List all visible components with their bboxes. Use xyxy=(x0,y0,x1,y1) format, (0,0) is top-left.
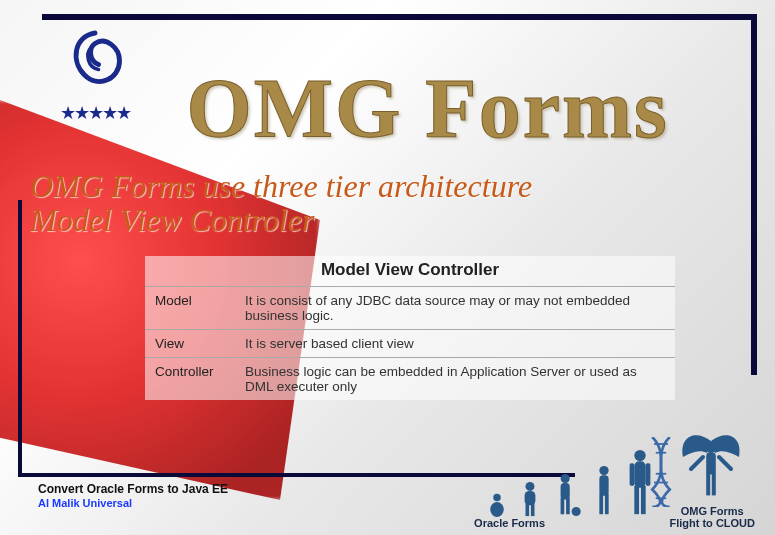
winged-figure-icon xyxy=(671,425,751,505)
omg-forms-cloud-label: OMG Forms Flight to CLOUD xyxy=(669,505,755,529)
table-row: Model It is consist of any JDBC data sou… xyxy=(145,287,675,330)
svg-rect-17 xyxy=(634,486,639,514)
row-name: Controller xyxy=(145,358,235,401)
row-desc: It is consist of any JDBC data source ma… xyxy=(235,287,675,330)
svg-point-15 xyxy=(634,450,645,461)
oracle-forms-label: Oracle Forms xyxy=(474,517,545,529)
subtitle-line2: Model View Controler xyxy=(30,204,755,238)
svg-rect-4 xyxy=(526,504,530,517)
svg-rect-3 xyxy=(525,491,536,505)
table-row: Controller Business logic can be embedde… xyxy=(145,358,675,401)
subtitle-line1: OMG Forms use three tier architecture xyxy=(30,170,755,204)
main-title: OMG Forms xyxy=(100,60,755,157)
svg-point-6 xyxy=(561,474,570,483)
svg-rect-8 xyxy=(561,498,565,515)
toddler-silhouette-icon xyxy=(517,481,543,517)
footer-brand: Convert Oracle Forms to Java EE Al Malik… xyxy=(38,482,228,509)
svg-rect-16 xyxy=(634,461,645,487)
row-desc: Business logic can be embedded in Applic… xyxy=(235,358,675,401)
footer-tagline: Convert Oracle Forms to Java EE xyxy=(38,482,228,496)
svg-point-0 xyxy=(493,494,501,502)
svg-point-10 xyxy=(572,507,581,516)
row-desc: It is server based client view xyxy=(235,330,675,358)
svg-rect-18 xyxy=(641,486,646,514)
svg-rect-5 xyxy=(531,504,535,517)
svg-rect-19 xyxy=(630,463,635,486)
subtitle: OMG Forms use three tier architecture Mo… xyxy=(30,170,755,237)
child-ball-silhouette-icon xyxy=(551,473,583,517)
mvc-table: Model View Controller Model It is consis… xyxy=(145,256,675,400)
svg-rect-28 xyxy=(706,471,710,495)
evolution-silhouettes xyxy=(485,449,655,517)
svg-rect-9 xyxy=(566,498,570,515)
teen-silhouette-icon xyxy=(591,465,617,517)
table-heading: Model View Controller xyxy=(145,256,675,286)
svg-rect-29 xyxy=(712,471,716,495)
row-name: Model xyxy=(145,287,235,330)
svg-rect-12 xyxy=(599,475,608,495)
svg-point-1 xyxy=(490,502,504,517)
svg-rect-14 xyxy=(605,494,609,514)
baby-silhouette-icon xyxy=(485,493,509,517)
frame-border-left xyxy=(18,200,22,477)
svg-rect-13 xyxy=(599,494,603,514)
frame-border-top xyxy=(42,14,757,20)
table-row: View It is server based client view xyxy=(145,330,675,358)
svg-rect-7 xyxy=(561,483,570,500)
row-name: View xyxy=(145,330,235,358)
svg-point-11 xyxy=(599,466,608,475)
svg-point-2 xyxy=(526,482,535,491)
svg-rect-27 xyxy=(706,452,716,474)
footer-company: Al Malik Universal xyxy=(38,497,228,509)
svg-point-26 xyxy=(705,442,716,453)
